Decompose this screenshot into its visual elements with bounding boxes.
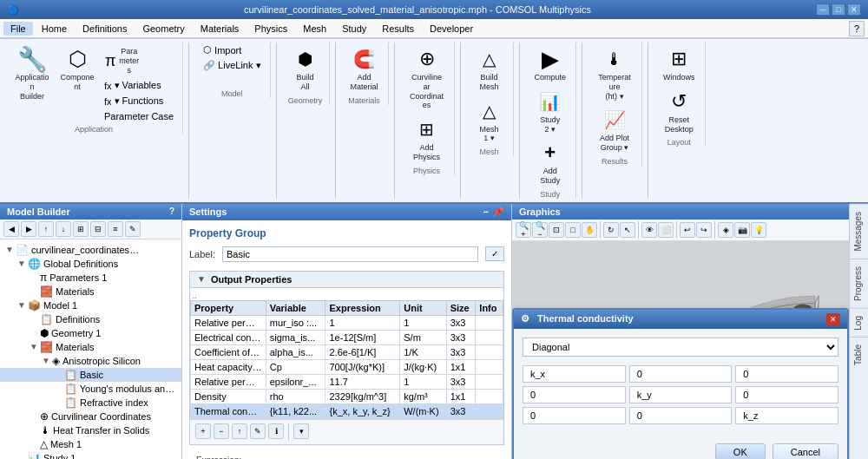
toggle-global[interactable]: ▼ [16, 259, 28, 268]
tree-item-geometry1[interactable]: ⬢ Geometry 1 [0, 326, 181, 340]
menu-results[interactable]: Results [375, 22, 421, 36]
menu-mesh[interactable]: Mesh [296, 22, 333, 36]
label-confirm-btn[interactable]: ✓ [485, 246, 504, 261]
help-button[interactable]: ? [849, 21, 865, 36]
build-mesh-button[interactable]: △ BuildMesh [471, 43, 508, 95]
toolbar-btn-1[interactable]: ◀ [3, 221, 19, 237]
import-button[interactable]: ⬡ Import [200, 43, 264, 57]
variables-button[interactable]: fx ▾ Variables [101, 78, 177, 93]
matrix-cell-01[interactable] [629, 365, 733, 383]
matrix-cell-11[interactable] [629, 386, 733, 403]
toggle-materials[interactable]: ▼ [28, 342, 40, 351]
modal-cancel-button[interactable]: Cancel [773, 443, 838, 459]
close-button[interactable]: ✕ [847, 3, 861, 16]
menu-geometry[interactable]: Geometry [135, 22, 191, 36]
tree-item-definitions[interactable]: 📋 Definitions [0, 312, 181, 326]
zoom-in-btn[interactable]: 🔍+ [516, 222, 531, 238]
progress-tab[interactable]: Progress [850, 259, 868, 308]
matrix-cell-02[interactable] [735, 365, 838, 383]
compute-button[interactable]: ▶ Compute [530, 43, 571, 85]
matrix-cell-12[interactable] [735, 386, 838, 403]
menu-physics[interactable]: Physics [247, 22, 294, 36]
add-plot-button[interactable]: 📈 Add PlotGroup ▾ [595, 103, 634, 155]
label-input[interactable] [222, 246, 478, 262]
menu-home[interactable]: Home [35, 22, 74, 36]
tree-item-global[interactable]: ▼ 🌐 Global Definitions [0, 257, 181, 271]
curvilinear-btn[interactable]: ⊕ CurvilinearCoordinates [405, 43, 449, 113]
toggle-youngs[interactable] [52, 384, 64, 393]
table-row[interactable]: Relative permeability mur_iso :... 1 1 3… [191, 315, 503, 330]
reset-desktop-button[interactable]: ↺ ResetDesktop [661, 85, 698, 137]
minimize-button[interactable]: ─ [816, 3, 830, 16]
add-study-button[interactable]: + AddStudy [532, 136, 569, 188]
tree-item-root[interactable]: ▼ 📄 curvilinear_coordinates_solved_mater… [0, 243, 181, 257]
table-row[interactable]: Electrical conductivity sigma_is... 1e-1… [191, 330, 503, 344]
add-material-button[interactable]: 🧲 AddMaterial [346, 43, 383, 95]
ortho-btn[interactable]: ⬜ [658, 222, 674, 238]
undo-btn[interactable]: ↩ [680, 222, 695, 238]
toolbar-btn-6[interactable]: ⊟ [90, 221, 106, 237]
redo-btn[interactable]: ↪ [696, 222, 712, 238]
tree-item-basic[interactable]: 📋 Basic [0, 368, 181, 382]
tree-item-anisotropic[interactable]: ▼ ◈ Anisotropic Silicon [0, 354, 181, 368]
tree-item-youngs[interactable]: 📋 Young's modulus and P [0, 382, 181, 396]
render-btn[interactable]: ◈ [718, 222, 733, 238]
table-row[interactable]: Heat capacity at con... Cp 700[J/(kg*K)]… [191, 359, 503, 374]
parameters-button[interactable]: π Parameters [101, 44, 144, 77]
menu-materials[interactable]: Materials [194, 22, 247, 36]
livelink-button[interactable]: 🔗 LiveLink ▾ [200, 58, 264, 73]
toolbar-btn-2[interactable]: ▶ [21, 221, 36, 237]
build-all-button[interactable]: ⬢ BuildAll [287, 43, 324, 95]
table-tab[interactable]: Table [850, 337, 868, 372]
tree-item-materials[interactable]: ▼ 🧱 Materials [0, 340, 181, 354]
table-move-up-btn[interactable]: ↑ [232, 423, 247, 439]
zoom-select-btn[interactable]: □ [565, 222, 581, 238]
table-more-btn[interactable]: ▾ [293, 423, 309, 439]
tree-item-model1[interactable]: ▼ 📦 Model 1 [0, 298, 181, 312]
modal-close-button[interactable]: ✕ [826, 313, 840, 325]
settings-pin-icon[interactable]: 📌 [492, 207, 504, 218]
toolbar-btn-8[interactable]: ✎ [125, 221, 141, 237]
matrix-cell-20[interactable] [523, 407, 626, 424]
snapshot-btn[interactable]: 📷 [734, 222, 750, 238]
param-case-button[interactable]: Parameter Case [101, 109, 177, 123]
table-info-btn[interactable]: ℹ [268, 423, 284, 439]
tree-item-refractive[interactable]: 📋 Refractive index [0, 396, 181, 410]
toggle-refractive[interactable] [52, 397, 64, 407]
matrix-cell-10[interactable] [523, 386, 626, 403]
modal-ok-button[interactable]: OK [715, 443, 766, 459]
toggle-curvilinear[interactable] [28, 411, 40, 421]
table-row[interactable]: Coefficient of therm... alpha_is... 2.6e… [191, 344, 503, 359]
component-button[interactable]: ⬡ Component [56, 43, 99, 95]
light-btn[interactable]: 💡 [751, 222, 766, 238]
toggle-anisotropic[interactable]: ▼ [40, 356, 52, 365]
pan-btn[interactable]: ✋ [582, 222, 597, 238]
toggle-root[interactable]: ▼ [3, 245, 16, 254]
toggle-mat-global[interactable] [28, 286, 40, 296]
modal-dropdown[interactable]: Diagonal Isotropic Full symmetric Full [523, 338, 838, 357]
table-add-row-btn[interactable]: + [195, 423, 211, 439]
menu-definitions[interactable]: Definitions [76, 22, 134, 36]
mesh1-button[interactable]: △ Mesh1 ▾ [471, 95, 508, 147]
maximize-button[interactable]: □ [832, 3, 845, 16]
application-builder-button[interactable]: 🔧 ApplicationBuilder [10, 43, 54, 103]
add-physics-button[interactable]: ⊞ AddPhysics [409, 113, 445, 165]
table-edit-btn[interactable]: ✎ [250, 423, 266, 439]
temperature-button[interactable]: 🌡 Temperature(ht) ▾ [593, 43, 636, 103]
toolbar-btn-7[interactable]: ≡ [108, 221, 123, 237]
study2-button[interactable]: 📊 Study2 ▾ [532, 85, 569, 137]
windows-button[interactable]: ⊞ Windows [659, 43, 700, 85]
toggle-heat[interactable] [28, 425, 40, 435]
view-btn[interactable]: 👁 [641, 222, 657, 238]
zoom-out-btn[interactable]: 🔍− [532, 222, 548, 238]
menu-file[interactable]: File [3, 22, 33, 36]
tree-item-study1[interactable]: 📊 Study 1 [0, 451, 181, 459]
select-btn[interactable]: ↖ [620, 222, 635, 238]
menu-developer[interactable]: Developer [423, 22, 480, 36]
toggle-params[interactable] [28, 272, 40, 282]
toggle-mesh1[interactable] [28, 439, 40, 449]
toggle-model1[interactable]: ▼ [16, 300, 28, 310]
toolbar-btn-4[interactable]: ↓ [56, 221, 71, 237]
tree-item-heat[interactable]: 🌡 Heat Transfer in Solids [0, 423, 181, 437]
settings-collapse-icon[interactable]: − [483, 207, 489, 218]
